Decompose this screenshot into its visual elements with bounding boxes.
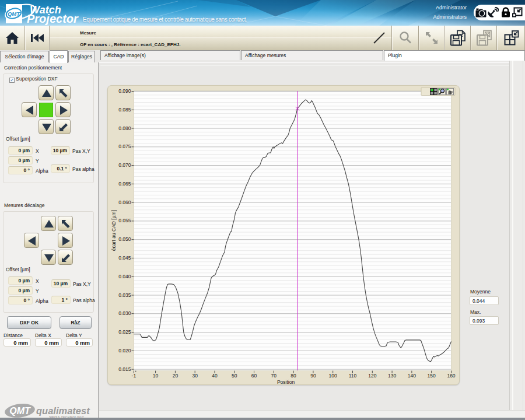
svg-text:20: 20	[173, 373, 178, 379]
svg-text:0.030: 0.030	[118, 310, 131, 316]
svg-text:QMT: QMT	[8, 10, 20, 17]
svg-text:qualimatest: qualimatest	[36, 405, 90, 416]
svg-text:100: 100	[329, 373, 337, 379]
svg-text:0.055: 0.055	[118, 218, 131, 223]
svg-text:0.035: 0.035	[118, 292, 131, 298]
svg-text:0.090: 0.090	[118, 88, 131, 94]
svg-text:0.020: 0.020	[118, 348, 131, 354]
svg-text:0.085: 0.085	[118, 107, 131, 113]
svg-text:0.040: 0.040	[118, 274, 131, 279]
svg-text:10: 10	[153, 373, 159, 379]
svg-text:50: 50	[232, 373, 237, 379]
svg-text:0.015: 0.015	[118, 366, 131, 372]
svg-text:160: 160	[447, 373, 455, 379]
svg-text:0.025: 0.025	[118, 329, 131, 335]
svg-text:60: 60	[251, 373, 257, 379]
svg-text:70: 70	[271, 373, 277, 379]
svg-text:Position: Position	[277, 379, 295, 385]
svg-text:0.075: 0.075	[118, 144, 131, 149]
svg-text:0.060: 0.060	[118, 200, 131, 205]
svg-text:0.080: 0.080	[118, 125, 131, 131]
svg-text:80: 80	[290, 373, 296, 379]
svg-text:90: 90	[310, 373, 316, 379]
svg-text:0.065: 0.065	[118, 181, 131, 187]
svg-text:40: 40	[212, 373, 218, 379]
svg-text:120: 120	[368, 373, 376, 379]
svg-text:130: 130	[388, 373, 396, 379]
svg-text:30: 30	[192, 373, 198, 379]
svg-text:150: 150	[428, 373, 436, 379]
svg-text:0.045: 0.045	[118, 255, 131, 261]
svg-text:0.070: 0.070	[118, 162, 131, 168]
svg-text:QMT: QMT	[9, 406, 31, 416]
svg-text:écart au CAD [µm]: écart au CAD [µm]	[111, 210, 117, 251]
svg-text:-1: -1	[132, 373, 136, 379]
svg-text:140: 140	[408, 373, 416, 379]
svg-text:110: 110	[349, 373, 357, 379]
svg-text:0.050: 0.050	[118, 236, 131, 242]
